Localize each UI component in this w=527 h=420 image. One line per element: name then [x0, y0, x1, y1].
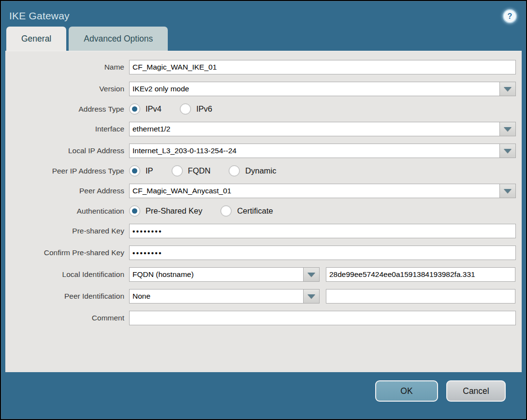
- local-identification-row: Local Identification: [5, 267, 522, 282]
- local-ip-address-input[interactable]: [129, 144, 499, 158]
- ok-button-label: OK: [400, 386, 412, 396]
- radio-peer-dynamic[interactable]: [229, 165, 240, 176]
- radio-certificate[interactable]: [220, 205, 232, 217]
- version-label: Version: [5, 85, 129, 93]
- chevron-down-icon: [307, 294, 315, 299]
- radio-peer-ip-label: IP: [146, 166, 153, 175]
- pre-shared-key-label: Pre-shared Key: [5, 227, 129, 235]
- radio-peer-fqdn-label: FQDN: [188, 166, 211, 175]
- peer-identification-value-input[interactable]: [326, 289, 515, 304]
- peer-address-dropdown-button[interactable]: [499, 184, 516, 198]
- confirm-pre-shared-key-row: Confirm Pre-shared Key: [5, 246, 522, 260]
- peer-address-label: Peer Address: [5, 187, 129, 195]
- version-dropdown-button[interactable]: [499, 82, 516, 96]
- local-identification-label: Local Identification: [5, 270, 129, 279]
- local-identification-dropdown-button[interactable]: [303, 267, 320, 282]
- pre-shared-key-row: Pre-shared Key: [5, 224, 522, 238]
- local-ip-address-row: Local IP Address: [5, 144, 522, 158]
- radio-ipv4[interactable]: [129, 103, 140, 115]
- radio-certificate-label: Certificate: [237, 206, 273, 216]
- name-row: Name: [5, 60, 522, 74]
- chevron-down-icon: [504, 149, 512, 153]
- titlebar: IKE Gateway ?: [1, 1, 526, 27]
- comment-label: Comment: [5, 314, 129, 322]
- name-input[interactable]: [129, 60, 516, 74]
- radio-ipv6-label: IPv6: [196, 104, 212, 114]
- tab-advanced-options-label: Advanced Options: [84, 34, 153, 44]
- radio-peer-ip[interactable]: [129, 165, 140, 176]
- interface-input[interactable]: [129, 122, 499, 136]
- radio-pre-shared-key-label: Pre-Shared Key: [146, 206, 202, 216]
- radio-ipv4-label: IPv4: [146, 104, 161, 114]
- general-tab-panel: Name Version Address Type IPv4 IPv6: [5, 51, 522, 372]
- tab-general[interactable]: General: [6, 27, 66, 51]
- interface-dropdown-button[interactable]: [499, 122, 516, 136]
- address-type-row: Address Type IPv4 IPv6: [5, 103, 522, 115]
- help-icon[interactable]: ?: [503, 9, 517, 23]
- radio-pre-shared-key[interactable]: [129, 205, 140, 217]
- version-input[interactable]: [129, 82, 499, 96]
- peer-identification-row: Peer Identification: [5, 289, 522, 304]
- interface-label: Interface: [5, 125, 129, 133]
- cancel-button[interactable]: Cancel: [446, 380, 506, 402]
- authentication-label: Authentication: [5, 207, 129, 216]
- peer-identification-type-input[interactable]: [129, 289, 303, 304]
- comment-input[interactable]: [129, 311, 516, 325]
- local-identification-type-input[interactable]: [129, 267, 303, 282]
- tab-general-label: General: [21, 34, 51, 44]
- address-type-label: Address Type: [5, 105, 129, 114]
- peer-address-row: Peer Address: [5, 184, 522, 198]
- chevron-down-icon: [504, 87, 512, 91]
- peer-ip-address-type-row: Peer IP Address Type IP FQDN Dynamic: [5, 165, 522, 176]
- pre-shared-key-input[interactable]: [129, 224, 516, 238]
- authentication-row: Authentication Pre-Shared Key Certificat…: [5, 205, 522, 217]
- confirm-pre-shared-key-label: Confirm Pre-shared Key: [5, 248, 129, 257]
- local-ip-address-label: Local IP Address: [5, 146, 129, 155]
- local-ip-address-dropdown-button[interactable]: [499, 144, 516, 158]
- peer-identification-dropdown-button[interactable]: [303, 289, 320, 304]
- chevron-down-icon: [307, 273, 315, 277]
- ike-gateway-dialog: IKE Gateway ? General Advanced Options N…: [1, 1, 526, 419]
- radio-peer-fqdn[interactable]: [172, 165, 183, 176]
- radio-peer-dynamic-label: Dynamic: [245, 166, 276, 175]
- local-identification-value-input[interactable]: [326, 267, 515, 282]
- tab-advanced-options[interactable]: Advanced Options: [69, 27, 168, 51]
- ok-button[interactable]: OK: [375, 380, 438, 402]
- cancel-button-label: Cancel: [463, 386, 489, 396]
- name-label: Name: [5, 63, 129, 72]
- chevron-down-icon: [504, 189, 512, 193]
- confirm-pre-shared-key-input[interactable]: [129, 246, 516, 260]
- peer-identification-label: Peer Identification: [5, 292, 129, 301]
- peer-ip-address-type-label: Peer IP Address Type: [5, 167, 129, 175]
- interface-row: Interface: [5, 122, 522, 136]
- dialog-title: IKE Gateway: [9, 10, 70, 22]
- version-row: Version: [5, 82, 522, 96]
- comment-row: Comment: [5, 311, 522, 325]
- dialog-footer: OK Cancel: [1, 372, 526, 402]
- chevron-down-icon: [504, 127, 512, 131]
- radio-ipv6[interactable]: [180, 103, 191, 115]
- tab-bar: General Advanced Options: [1, 27, 526, 51]
- peer-address-input[interactable]: [129, 184, 499, 198]
